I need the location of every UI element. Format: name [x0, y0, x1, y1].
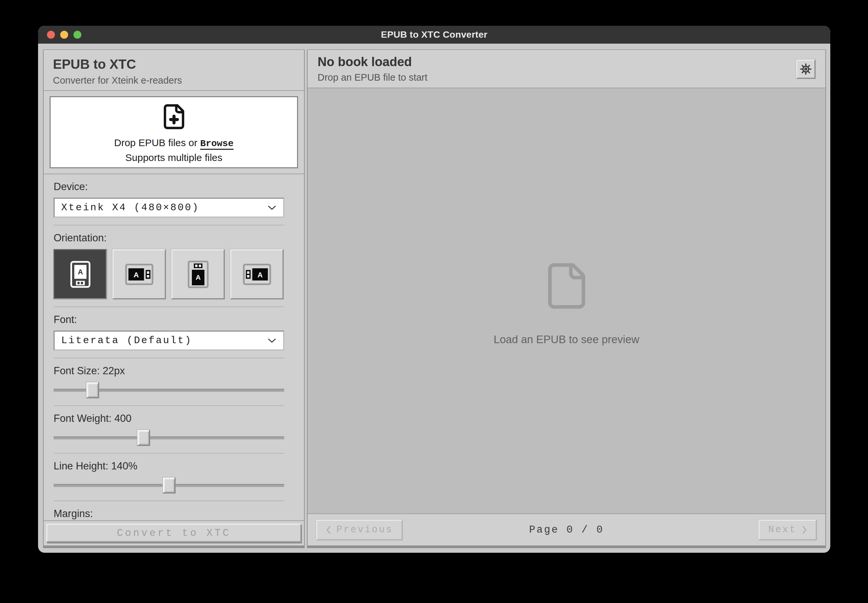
- epub-dropzone[interactable]: Drop EPUB files or Browse Supports multi…: [50, 96, 298, 168]
- device-section: Device: Xteink X4 (480×800): [54, 174, 284, 226]
- sidebar: EPUB to XTC Converter for Xteink e-reade…: [43, 49, 305, 548]
- close-button[interactable]: [47, 31, 55, 39]
- svg-text:A: A: [78, 268, 83, 276]
- font-weight-slider[interactable]: [54, 430, 284, 446]
- font-label: Font:: [54, 314, 284, 326]
- line-height-slider[interactable]: [54, 478, 284, 493]
- font-weight-value: 400: [115, 413, 132, 424]
- font-size-value: 22px: [102, 365, 125, 377]
- main-header: No book loaded Drop an EPUB file to star…: [308, 50, 825, 88]
- device-label: Device:: [54, 181, 284, 193]
- font-select-value: Literata (Default): [61, 335, 192, 346]
- settings-scroll-area: Device: Xteink X4 (480×800) Orientation:: [44, 174, 294, 520]
- svg-text:A: A: [257, 271, 263, 279]
- orientation-landscape-left-icon: A: [243, 263, 271, 285]
- file-icon: [541, 256, 592, 316]
- file-plus-icon: [160, 102, 188, 132]
- app-subtitle: Converter for Xteink e-readers: [53, 75, 295, 86]
- svg-text:A: A: [195, 274, 200, 281]
- orientation-label: Orientation:: [54, 232, 284, 244]
- orientation-portrait-icon: A: [70, 261, 91, 288]
- preview-placeholder-text: Load an EPUB to see preview: [494, 333, 639, 346]
- slider-thumb[interactable]: [163, 478, 175, 493]
- convert-button[interactable]: Convert to XTC: [46, 524, 301, 542]
- orientation-landscape-left-button[interactable]: A: [230, 249, 284, 299]
- preview-area: Load an EPUB to see preview: [308, 88, 825, 513]
- traffic-lights: [47, 26, 81, 44]
- slider-thumb[interactable]: [86, 382, 99, 398]
- font-weight-section: Font Weight: 400: [54, 406, 284, 453]
- margins-label: Margins:: [54, 508, 284, 520]
- svg-text:A: A: [134, 271, 139, 279]
- font-size-label: Font Size: 22px: [54, 365, 284, 377]
- slider-track[interactable]: [54, 436, 284, 439]
- dropzone-section: Drop EPUB files or Browse Supports multi…: [44, 91, 304, 174]
- font-size-section: Font Size: 22px: [54, 358, 284, 406]
- device-select[interactable]: Xteink X4 (480×800): [54, 198, 284, 218]
- page-indicator: Page 0 / 0: [308, 524, 825, 536]
- title-bar: EPUB to XTC Converter: [38, 26, 830, 44]
- orientation-section: Orientation: A: [54, 226, 284, 307]
- window-title: EPUB to XTC Converter: [381, 29, 487, 40]
- app-title: EPUB to XTC: [53, 57, 295, 72]
- line-height-label: Line Height: 140%: [54, 460, 284, 472]
- font-select[interactable]: Literata (Default): [54, 331, 284, 351]
- slider-thumb[interactable]: [137, 430, 150, 446]
- convert-bar: Convert to XTC: [44, 520, 304, 546]
- font-size-slider[interactable]: [54, 382, 284, 398]
- main-panel: No book loaded Drop an EPUB file to star…: [307, 49, 826, 548]
- line-height-section: Line Height: 140%: [54, 453, 284, 501]
- preview-footer: Page 0 / 0 Previous Next: [308, 513, 825, 546]
- book-status-title: No book loaded: [318, 55, 427, 69]
- zoom-button[interactable]: [73, 31, 81, 39]
- dropzone-text: Drop EPUB files or Browse: [114, 137, 234, 149]
- browse-link[interactable]: Browse: [200, 139, 234, 150]
- orientation-portrait-flipped-icon: A: [188, 261, 209, 288]
- margins-section: Margins: Top Bottom Left: [54, 501, 284, 520]
- dropzone-subtext: Supports multiple files: [126, 152, 222, 163]
- font-weight-label: Font Weight: 400: [54, 413, 284, 425]
- chevron-down-icon: [267, 337, 277, 343]
- book-status-subtitle: Drop an EPUB file to start: [318, 72, 427, 83]
- orientation-portrait-button[interactable]: A: [54, 249, 107, 299]
- app-window: EPUB to XTC Converter EPUB to XTC Conver…: [38, 26, 830, 553]
- device-select-value: Xteink X4 (480×800): [61, 202, 200, 213]
- minimize-button[interactable]: [60, 31, 68, 39]
- window-content: EPUB to XTC Converter for Xteink e-reade…: [38, 44, 830, 553]
- settings-button[interactable]: [796, 60, 815, 79]
- chevron-down-icon: [267, 205, 277, 210]
- line-height-value: 140%: [111, 460, 137, 472]
- orientation-options: A A: [54, 249, 284, 299]
- sidebar-header: EPUB to XTC Converter for Xteink e-reade…: [44, 50, 304, 91]
- main-header-text: No book loaded Drop an EPUB file to star…: [318, 55, 427, 83]
- font-section: Font: Literata (Default): [54, 307, 284, 358]
- gear-icon: [799, 62, 812, 76]
- orientation-landscape-right-button[interactable]: A: [113, 249, 166, 299]
- orientation-landscape-right-icon: A: [125, 263, 153, 285]
- orientation-portrait-flipped-button[interactable]: A: [171, 249, 225, 299]
